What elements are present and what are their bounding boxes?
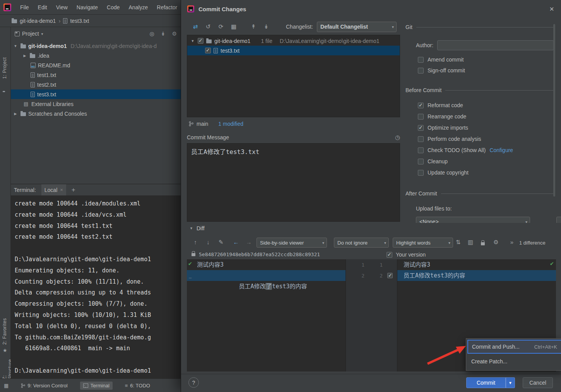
modified-count[interactable]: 1 modified [218, 121, 243, 127]
chevron-expanded-icon[interactable]: ▼ [13, 44, 18, 48]
edit-source-icon[interactable]: ✎ [217, 239, 225, 246]
chevron-collapsed-icon[interactable]: ▶ [22, 54, 27, 58]
menu-file[interactable]: File [20, 4, 29, 10]
signoff-commit-option[interactable]: Sign-off commit [418, 67, 465, 74]
settings-gear-icon[interactable]: ⚙ [172, 31, 177, 37]
collapse-all-icon[interactable]: ↡ [161, 31, 166, 37]
tool-windows-icon[interactable]: ▦ [4, 383, 9, 389]
optimize-checkbox[interactable] [418, 125, 424, 131]
project-panel-title[interactable]: Project [22, 31, 39, 37]
reformat-code-option[interactable]: Reformat code [418, 102, 463, 108]
menu-navigate[interactable]: Navigate [77, 4, 98, 10]
analysis-checkbox[interactable] [418, 136, 424, 142]
author-input[interactable] [437, 40, 554, 50]
amend-commit-option[interactable]: Amend commit [418, 56, 464, 63]
tree-item-test1[interactable]: test1.txt [11, 70, 181, 80]
signoff-checkbox[interactable] [418, 68, 424, 74]
viewer-mode-combo[interactable]: Side-by-side viewer ▾ [257, 238, 327, 248]
whitespace-combo[interactable]: Do not ignore ▾ [334, 238, 389, 248]
menu-edit[interactable]: Edit [38, 4, 47, 10]
more-actions-icon[interactable]: » [508, 239, 516, 245]
expand-all-icon[interactable]: ↟ [250, 23, 257, 30]
tree-item-test3-selected[interactable]: test3.txt [11, 89, 181, 99]
disable-editing-icon[interactable] [481, 242, 485, 245]
previous-change-icon[interactable]: ← [232, 239, 240, 245]
status-todo[interactable]: ≡ 6: TODO [122, 382, 153, 390]
menu-refactor[interactable]: Refactor [157, 4, 177, 10]
reformat-checkbox[interactable] [418, 103, 424, 108]
update-copyright-option[interactable]: Update copyright [418, 169, 469, 176]
changelist-root-row[interactable]: ▼ git-idea-demo1 1 file D:\JavaLearning\… [187, 36, 400, 46]
commit-message-text: 员工A修改了test3.txt [191, 148, 259, 156]
include-change-checkbox[interactable] [387, 273, 393, 278]
status-terminal[interactable]: ›_ Terminal [80, 382, 113, 390]
changelist-checkbox[interactable] [198, 38, 204, 44]
branch-name[interactable]: main [197, 121, 208, 127]
file-checkbox[interactable] [205, 48, 211, 53]
collapse-unchanged-icon[interactable]: ⇅ [454, 239, 462, 246]
menu-analyze[interactable]: Analyze [129, 4, 148, 10]
amend-checkbox[interactable] [418, 57, 424, 63]
new-terminal-icon[interactable]: + [72, 186, 75, 194]
commit-message-input[interactable]: 员工A修改了test3.txt [187, 143, 400, 222]
chevron-down-icon: ▾ [525, 220, 527, 223]
status-version-control[interactable]: 9: Version Control [18, 382, 70, 390]
diff-settings-gear-icon[interactable]: ⚙ [492, 239, 500, 246]
show-diff-icon[interactable]: ⇄ [192, 23, 199, 30]
commit-button[interactable]: Commit [466, 377, 506, 388]
rearrange-checkbox[interactable] [418, 114, 424, 120]
commit-dropdown-button[interactable]: ▼ [506, 377, 515, 388]
menu-code[interactable]: Code [107, 4, 120, 10]
changelist-combo[interactable]: Default Changelist ▾ [317, 22, 397, 32]
scrollbar-thumb[interactable] [553, 24, 555, 197]
your-version-checkbox[interactable] [387, 252, 392, 258]
cancel-button[interactable]: Cancel [523, 377, 553, 388]
todo-checkbox[interactable] [418, 147, 424, 153]
message-history-icon[interactable]: ◷ [395, 134, 400, 141]
chevron-expanded-icon[interactable]: ▼ [190, 39, 195, 43]
code-analysis-option[interactable]: Perform code analysis [418, 136, 481, 142]
locate-file-icon[interactable]: ◎ [149, 31, 154, 37]
terminal-tab-local[interactable]: Local × [41, 184, 66, 195]
check-todo-option[interactable]: Check TODO (Show All) Configure [418, 147, 513, 153]
tree-item-idea[interactable]: ▶ .idea [11, 51, 181, 60]
menu-view[interactable]: View [56, 4, 68, 10]
cleanup-checkbox[interactable] [418, 159, 424, 164]
configure-link[interactable]: Configure [489, 147, 513, 153]
commit-file-row[interactable]: test3.txt [187, 46, 400, 55]
copyright-checkbox[interactable] [418, 170, 424, 176]
tree-item-readme[interactable]: MD README.md [11, 60, 181, 70]
stripe-favorites-button[interactable]: 2: Favorites [2, 318, 7, 345]
tree-item-scratches[interactable]: ▶ Scratches and Consoles [11, 109, 181, 118]
chevron-collapsed-icon[interactable]: ▶ [13, 112, 18, 116]
rollback-icon[interactable]: ↺ [204, 23, 212, 30]
stripe-project-button[interactable]: 1: Project [2, 57, 7, 79]
chevron-expanded-icon[interactable]: ▼ [190, 226, 193, 230]
optimize-imports-option[interactable]: Optimize imports [418, 125, 468, 131]
close-tab-icon[interactable]: × [60, 187, 63, 193]
tree-item-external-libraries[interactable]: ▤ External Libraries [11, 99, 181, 109]
terminal-output[interactable]: create mode 100644 .idea/modules.xml cre… [11, 196, 181, 377]
sync-scroll-icon[interactable]: ▥ [467, 239, 474, 246]
breadcrumb-file[interactable]: test3.txt [70, 18, 89, 24]
menu-item-create-patch[interactable]: Create Patch... [467, 354, 561, 369]
menu-item-commit-and-push[interactable]: Commit and Push... Ctrl+Alt+K [467, 340, 561, 354]
refresh-icon[interactable]: ⟳ [217, 23, 225, 30]
diff-header[interactable]: ▼ Diff [190, 225, 205, 231]
rearrange-code-option[interactable]: Rearrange code [418, 113, 466, 120]
highlight-mode-combo[interactable]: Highlight words ▾ [393, 238, 453, 248]
next-difference-icon[interactable]: ↓ [204, 239, 212, 245]
breadcrumb-project[interactable]: git-idea-demo1 [20, 18, 56, 24]
upload-target-combo[interactable]: <None> ▾ [416, 217, 530, 223]
diff-pane-left[interactable]: ✔ 测试内容3 _员工A修改了test3的内容 [187, 259, 345, 371]
next-change-icon[interactable]: → [245, 239, 253, 245]
folder-icon [30, 54, 35, 58]
group-by-icon[interactable]: ▦ [230, 23, 238, 30]
tree-item-test2[interactable]: test2.txt [11, 80, 181, 89]
chevron-down-icon[interactable]: ▾ [41, 32, 43, 36]
tree-root-row[interactable]: ▼ git-idea-demo1 D:\JavaLearning\git-dem… [11, 41, 181, 51]
cleanup-option[interactable]: Cleanup [418, 158, 448, 164]
previous-difference-icon[interactable]: ↑ [192, 239, 199, 245]
help-button[interactable]: ? [188, 377, 199, 388]
collapse-all-icon[interactable]: ↡ [262, 23, 270, 30]
